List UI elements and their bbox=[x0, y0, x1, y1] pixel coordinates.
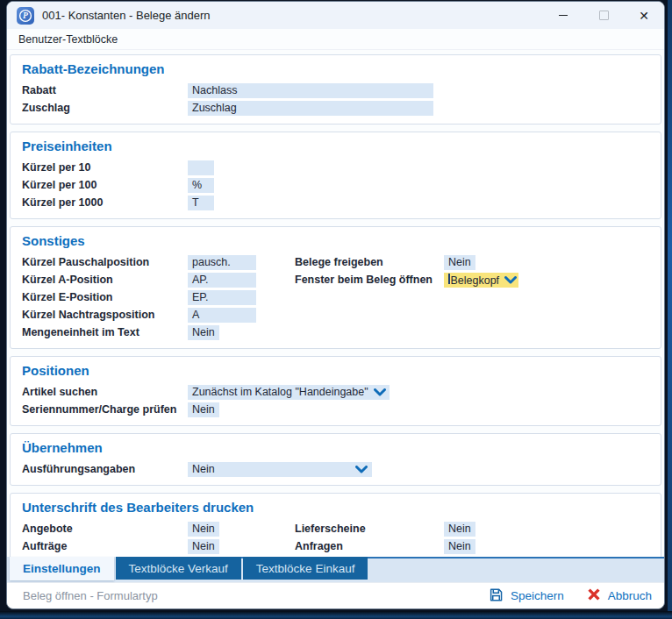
input-kürzel-per-1000[interactable]: T bbox=[188, 196, 214, 210]
field-value-text: EP. bbox=[192, 291, 209, 303]
section-column: RabattNachlassZuschlagZuschlag bbox=[22, 82, 433, 117]
field-value-text: Zuschlag bbox=[192, 102, 237, 114]
input-belege-freigeben[interactable]: Nein bbox=[444, 255, 475, 270]
field-label: Kürzel A-Position bbox=[22, 274, 188, 286]
field-row: AusführungsangabenNein bbox=[22, 460, 372, 478]
window-title: 001- Konstanten - Belege ändern bbox=[42, 9, 211, 22]
tab-textblöcke-einkauf[interactable]: Textblöcke Einkauf bbox=[243, 557, 368, 580]
field-value: Nein bbox=[192, 540, 215, 552]
section-title: Sonstiges bbox=[22, 233, 650, 248]
close-button[interactable]: ✕ bbox=[624, 2, 664, 29]
desktop-accent-bottom bbox=[0, 611, 672, 619]
field-label: Rabatt bbox=[22, 84, 188, 96]
tab-strip: EinstellungenTextblöcke VerkaufTextblöck… bbox=[7, 557, 664, 582]
field-value: Zunächst im Katalog "Handeingabe" bbox=[192, 386, 368, 398]
input-anfragen[interactable]: Nein bbox=[444, 539, 475, 554]
field-value-text: % bbox=[192, 179, 202, 191]
field-row: AufträgeNein bbox=[22, 537, 295, 555]
field-row: Kürzel per 1000T bbox=[22, 194, 214, 211]
statusbar-buttons: SpeichernAbbruch bbox=[489, 587, 652, 605]
field-value: EP. bbox=[192, 291, 209, 303]
field-value-text: AP. bbox=[192, 274, 209, 286]
field-value-text: Nein bbox=[192, 403, 215, 416]
section-column: Kürzel per 10Kürzel per 100%Kürzel per 1… bbox=[22, 159, 214, 211]
section-title: Übernehmen bbox=[22, 440, 650, 455]
field-value: Nachlass bbox=[192, 84, 237, 96]
chevron-down-icon bbox=[374, 388, 386, 396]
field-row: Kürzel per 10 bbox=[22, 159, 214, 176]
field-label: Kürzel E-Position bbox=[22, 291, 188, 303]
input-rabatt[interactable]: Nachlass bbox=[188, 83, 433, 98]
field-value: Zuschlag bbox=[192, 102, 237, 114]
field-row: LieferscheineNein bbox=[295, 520, 475, 537]
close-icon: ✕ bbox=[639, 10, 649, 22]
save-icon bbox=[489, 587, 504, 605]
field-label: Ausführungsangaben bbox=[22, 463, 188, 475]
field-value: Nein bbox=[192, 403, 215, 416]
field-value: T bbox=[192, 196, 199, 209]
field-row: Kürzel NachtragspositionA bbox=[22, 306, 295, 324]
maximize-icon bbox=[599, 11, 609, 20]
field-value: Nein bbox=[192, 463, 215, 475]
input-kürzel-per-10[interactable] bbox=[188, 160, 214, 175]
input-seriennummer-charge-prüfen[interactable]: Nein bbox=[188, 402, 219, 417]
field-row: AngeboteNein bbox=[22, 520, 295, 537]
minimize-button[interactable] bbox=[543, 2, 583, 29]
input-kürzel-nachtragsposition[interactable]: A bbox=[188, 308, 256, 323]
field-value-text: Nein bbox=[448, 540, 471, 552]
field-row: Seriennummer/Charge prüfenNein bbox=[22, 401, 390, 418]
abbruch-button[interactable]: Abbruch bbox=[587, 587, 652, 604]
field-value-text: Nein bbox=[192, 463, 215, 475]
section-unterschrift-des-bearbeiters-drucken: Unterschrift des Bearbeiters druckenAnge… bbox=[10, 493, 661, 557]
section-übernehmen: ÜbernehmenAusführungsangabenNein bbox=[10, 433, 661, 486]
svg-text:P: P bbox=[23, 11, 28, 20]
section-body: RabattNachlassZuschlagZuschlag bbox=[22, 82, 650, 117]
app-window: P 001- Konstanten - Belege ändern ✕ Benu… bbox=[6, 1, 665, 609]
button-label: Speichern bbox=[511, 589, 564, 602]
field-label: Fenster beim Beleg öffnen bbox=[295, 274, 444, 286]
menu-item-benutzer-textbloecke[interactable]: Benutzer-Textblöcke bbox=[18, 33, 118, 46]
section-column: Belege freigebenNeinFenster beim Beleg ö… bbox=[295, 253, 518, 288]
section-title: Preiseinheiten bbox=[22, 139, 650, 153]
section-body: Kürzel Pauschalpositionpausch.Kürzel A-P… bbox=[22, 253, 650, 341]
input-kürzel-e-position[interactable]: EP. bbox=[188, 290, 256, 305]
field-row: Kürzel Pauschalpositionpausch. bbox=[22, 253, 295, 271]
menubar: Benutzer-Textblöcke bbox=[7, 29, 664, 50]
maximize-button[interactable] bbox=[583, 2, 624, 29]
input-kürzel-a-position[interactable]: AP. bbox=[188, 273, 256, 288]
input-aufträge[interactable]: Nein bbox=[188, 539, 219, 554]
field-value-text: Nein bbox=[192, 326, 215, 338]
input-lieferscheine[interactable]: Nein bbox=[444, 522, 475, 537]
field-value: Nein bbox=[448, 523, 471, 535]
field-value: Nein bbox=[192, 326, 215, 338]
input-zuschlag[interactable]: Zuschlag bbox=[188, 101, 433, 116]
input-kürzel-pauschalposition[interactable]: pausch. bbox=[188, 255, 256, 270]
field-label: Kürzel per 10 bbox=[22, 161, 188, 174]
field-value-text: T bbox=[192, 196, 199, 209]
field-label: Kürzel Pauschalposition bbox=[22, 256, 188, 268]
titlebar: P 001- Konstanten - Belege ändern ✕ bbox=[7, 2, 664, 29]
field-label: Aufträge bbox=[22, 540, 188, 552]
input-mengeneinheit-im-text[interactable]: Nein bbox=[188, 325, 219, 340]
tab-textblöcke-verkauf[interactable]: Textblöcke Verkauf bbox=[116, 557, 241, 580]
content: Rabatt-BezeichnungenRabattNachlassZuschl… bbox=[7, 50, 664, 557]
field-label: Seriennummer/Charge prüfen bbox=[22, 403, 188, 416]
input-kürzel-per-100[interactable]: % bbox=[188, 178, 214, 193]
desktop-accent-right bbox=[668, 0, 672, 619]
section-title: Unterschrift des Bearbeiters drucken bbox=[22, 500, 650, 515]
dropdown-artikel-suchen[interactable]: Zunächst im Katalog "Handeingabe" bbox=[188, 385, 390, 400]
speichern-button[interactable]: Speichern bbox=[489, 587, 564, 605]
section-column: LieferscheineNeinAnfragenNeinBestellunge… bbox=[295, 520, 475, 557]
section-column: AngeboteNeinAufträgeNeinRechnungenNein bbox=[22, 520, 295, 557]
field-row: Kürzel E-PositionEP. bbox=[22, 288, 295, 306]
app-icon: P bbox=[17, 7, 34, 25]
field-value-text: Zunächst im Katalog "Handeingabe" bbox=[192, 386, 368, 398]
section-body: AusführungsangabenNein bbox=[22, 460, 650, 478]
statusbar: Beleg öffnen - Formulartyp SpeichernAbbr… bbox=[7, 582, 664, 608]
dropdown-fenster-beim-beleg-öffnen[interactable]: Belegkopf bbox=[444, 273, 518, 288]
dropdown-ausführungsangaben[interactable]: Nein bbox=[188, 462, 372, 477]
field-value-text: A bbox=[192, 309, 199, 321]
input-angebote[interactable]: Nein bbox=[188, 522, 219, 537]
tab-einstellungen[interactable]: Einstellungen bbox=[10, 557, 114, 580]
section-positionen: PositionenArtikel suchenZunächst im Kata… bbox=[10, 356, 661, 426]
